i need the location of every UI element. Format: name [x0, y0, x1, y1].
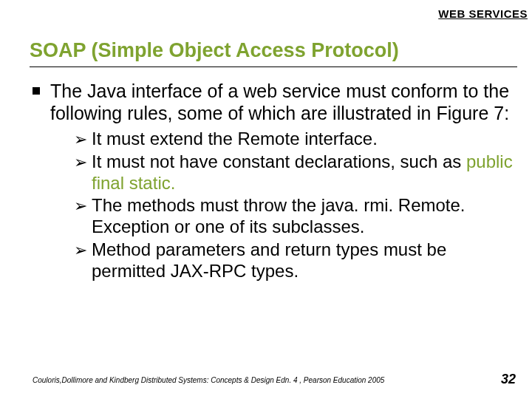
sub-bullet-item: ➢ It must not have constant declarations… — [74, 151, 517, 194]
sub-bullet-text: It must extend the Remote interface. — [92, 129, 378, 150]
sub-bullet-text: Method parameters and return types must … — [92, 239, 517, 282]
square-bullet-icon — [33, 87, 40, 95]
sub-bullet-text: It must not have constant declarations, … — [92, 151, 517, 194]
slide: WEB SERVICES SOAP (Simple Object Access … — [0, 0, 532, 399]
arrow-icon: ➢ — [74, 241, 87, 260]
bullet-item: The Java interface of a web service must… — [33, 80, 517, 124]
sub-bullet-text: The methods must throw the java. rmi. Re… — [92, 195, 517, 238]
arrow-icon: ➢ — [74, 197, 87, 216]
section-header: WEB SERVICES — [438, 7, 528, 20]
slide-body: The Java interface of a web service must… — [33, 80, 517, 284]
footer-citation: Couloris,Dollimore and Kindberg Distribu… — [33, 376, 384, 384]
slide-title: SOAP (Simple Object Access Protocol) — [30, 40, 517, 67]
arrow-icon: ➢ — [74, 130, 87, 149]
sub-bullet-list: ➢ It must extend the Remote interface. ➢… — [74, 129, 517, 282]
arrow-icon: ➢ — [74, 153, 87, 172]
sub-bullet-item: ➢ Method parameters and return types mus… — [74, 239, 517, 282]
sub-bullet-item: ➢ It must extend the Remote interface. — [74, 129, 517, 150]
sub-bullet-item: ➢ The methods must throw the java. rmi. … — [74, 195, 517, 238]
bullet-text: The Java interface of a web service must… — [50, 80, 517, 124]
page-number: 32 — [501, 372, 516, 387]
sub-bullet-text-pre: It must not have constant declarations, … — [92, 151, 466, 171]
